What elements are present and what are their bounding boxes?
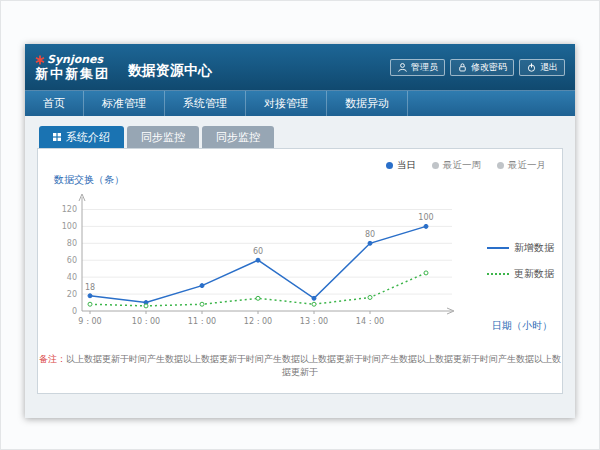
- series-name: 新增数据: [514, 241, 554, 255]
- series-legend: 新增数据更新数据: [487, 241, 554, 281]
- svg-text:60: 60: [67, 256, 77, 265]
- header-actions: 管理员 修改密码 退出: [390, 59, 565, 76]
- svg-text:20: 20: [67, 290, 77, 299]
- brand-subtitle: 新中新集团: [35, 67, 110, 80]
- series-legend-item-2[interactable]: 更新数据: [487, 267, 554, 281]
- logo-star-icon: [35, 55, 45, 65]
- top-header: Synjones 新中新集团 数据资源中心 管理员 修改密码: [25, 44, 575, 90]
- series-line-sample-icon: [487, 247, 509, 249]
- logout-label: 退出: [540, 62, 558, 73]
- filter-1[interactable]: 当日: [386, 159, 416, 172]
- nav-item-2[interactable]: 标准管理: [84, 91, 165, 116]
- filter-2[interactable]: 最近一周: [432, 159, 481, 172]
- svg-text:40: 40: [67, 273, 77, 282]
- change-password-button[interactable]: 修改密码: [450, 59, 514, 76]
- power-icon: [526, 62, 537, 73]
- svg-text:13：00: 13：00: [300, 317, 328, 326]
- tab-2[interactable]: 同步监控: [127, 126, 199, 148]
- filter-dot-icon: [497, 162, 504, 169]
- footnote: 备注：以上数据更新于时间产生数据以上数据更新于时间产生数据以上数据更新于时间产生…: [38, 353, 562, 379]
- svg-text:100: 100: [418, 213, 433, 222]
- filter-label: 最近一周: [443, 159, 481, 172]
- footnote-text: 以上数据更新于时间产生数据以上数据更新于时间产生数据以上数据更新于时间产生数据以…: [66, 354, 561, 377]
- nav-item-1[interactable]: 首页: [25, 91, 84, 116]
- svg-text:120: 120: [62, 205, 77, 214]
- series-line-sample-icon: [487, 273, 509, 275]
- footnote-prefix: 备注：: [39, 354, 66, 364]
- svg-text:9：00: 9：00: [78, 317, 101, 326]
- admin-user-label: 管理员: [411, 62, 438, 73]
- svg-text:80: 80: [365, 230, 375, 239]
- change-password-label: 修改密码: [471, 62, 507, 73]
- grid-icon: [53, 133, 61, 141]
- nav-item-3[interactable]: 系统管理: [165, 91, 246, 116]
- y-axis-title: 数据交换（条）: [54, 173, 124, 187]
- filter-3[interactable]: 最近一月: [497, 159, 546, 172]
- lock-icon: [457, 62, 468, 73]
- tab-label: 同步监控: [141, 130, 185, 145]
- app-window: Synjones 新中新集团 数据资源中心 管理员 修改密码: [25, 44, 575, 418]
- content-area: 系统介绍同步监控同步监控 当日最近一周最近一月 数据交换（条） 02040608…: [25, 116, 575, 418]
- svg-text:12：00: 12：00: [244, 317, 272, 326]
- x-axis-title: 日期（小时）: [492, 319, 552, 333]
- svg-text:18: 18: [85, 283, 95, 292]
- brand-logo[interactable]: Synjones 新中新集团: [35, 54, 110, 80]
- chart-panel: 当日最近一周最近一月 数据交换（条） 0204060801001209：0010…: [37, 148, 563, 394]
- tab-bar: 系统介绍同步监控同步监控: [39, 126, 575, 148]
- user-icon: [397, 62, 408, 73]
- nav-item-5[interactable]: 数据异动: [327, 91, 408, 116]
- svg-text:80: 80: [67, 239, 77, 248]
- filter-label: 最近一月: [508, 159, 546, 172]
- legend-filters: 当日最近一周最近一月: [386, 159, 546, 172]
- tab-3[interactable]: 同步监控: [202, 126, 274, 148]
- tab-label: 同步监控: [216, 130, 260, 145]
- filter-label: 当日: [397, 159, 416, 172]
- nav-item-4[interactable]: 对接管理: [246, 91, 327, 116]
- line-chart-svg: 0204060801001209：0010：0011：0012：0013：001…: [56, 193, 486, 333]
- svg-text:0: 0: [72, 307, 77, 316]
- series-legend-item-1[interactable]: 新增数据: [487, 241, 554, 255]
- filter-dot-icon: [432, 162, 439, 169]
- svg-text:11：00: 11：00: [188, 317, 216, 326]
- tab-1[interactable]: 系统介绍: [39, 126, 124, 148]
- svg-text:100: 100: [62, 222, 77, 231]
- filter-dot-icon: [386, 162, 393, 169]
- svg-text:14：00: 14：00: [356, 317, 384, 326]
- series-name: 更新数据: [514, 267, 554, 281]
- logout-button[interactable]: 退出: [519, 59, 565, 76]
- main-nav: 首页标准管理系统管理对接管理数据异动: [25, 90, 575, 116]
- admin-user-button[interactable]: 管理员: [390, 59, 445, 76]
- svg-text:60: 60: [253, 247, 263, 256]
- brand-name: Synjones: [47, 54, 103, 65]
- svg-text:10：00: 10：00: [132, 317, 160, 326]
- tab-label: 系统介绍: [66, 130, 110, 145]
- page-title: 数据资源中心: [128, 62, 212, 80]
